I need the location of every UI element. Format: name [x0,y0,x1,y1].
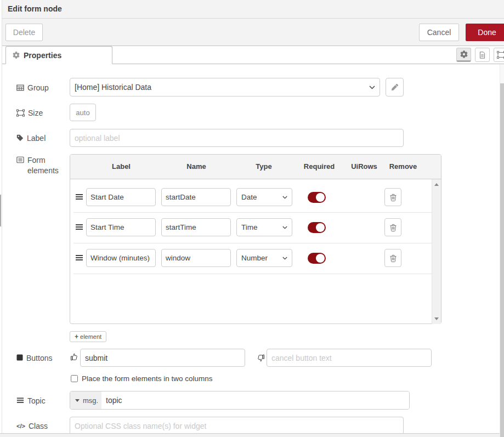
thumbs-up-icon [70,353,78,361]
form-elements-table-body: Date Time [70,179,441,324]
group-field-label: Group [16,83,49,93]
buttons-field-label: Buttons [16,353,52,364]
column-header-label: Label [112,155,131,179]
chevron-down-icon [282,257,287,260]
object-group-icon [497,51,504,59]
delete-element-button[interactable] [384,188,401,206]
done-button[interactable]: Done [466,24,504,41]
group-select-value: [Home] Historical Data [75,83,151,92]
node-description-button[interactable] [475,48,490,62]
object-group-icon [16,109,25,117]
dialog-title-bar: Edit form node [2,0,504,19]
two-columns-label: Place the form elements in two columns [82,374,213,383]
dialog-title: Edit form node [8,4,62,13]
drag-handle-icon[interactable] [76,194,83,201]
dialog-footer [0,433,500,437]
label-input[interactable] [70,129,404,147]
element-name-input[interactable] [161,218,231,236]
table-scrollbar[interactable] [432,179,441,324]
column-header-name: Name [186,155,206,179]
caret-down-icon [75,399,80,402]
scroll-up-icon[interactable] [434,183,439,186]
properties-panel: Group [Home] Historical Data Size auto L… [2,64,500,433]
tray-resize-grip[interactable] [0,195,1,226]
form-element-row: Date [70,188,441,206]
scroll-down-icon[interactable] [434,317,439,320]
form-element-row: Number [70,249,441,267]
form-elements-label: Form elements [16,155,58,176]
group-select[interactable]: [Home] Historical Data [70,78,380,97]
required-toggle[interactable] [308,222,326,233]
submit-button-text-input[interactable] [80,349,245,367]
chevron-down-icon [282,226,287,229]
scrollbar-thumb[interactable] [500,83,504,437]
class-field-label: </> Class [16,421,48,432]
node-settings-button[interactable] [456,48,471,62]
form-element-row: Time [70,218,441,236]
row-separator [73,274,433,274]
list-alt-icon [16,156,24,163]
delete-element-button[interactable] [384,249,401,267]
element-type-select[interactable]: Time [236,218,292,236]
column-header-remove: Remove [389,155,417,179]
tasks-icon [16,397,24,404]
column-header-type: Type [256,155,271,179]
column-header-required: Required [304,155,335,179]
element-label-input[interactable] [86,218,156,236]
document-icon [479,51,486,59]
gear-icon [13,52,20,59]
required-toggle[interactable] [308,253,326,264]
size-button[interactable]: auto [70,104,96,121]
column-header-uirows: UiRows [351,155,377,179]
chevron-down-icon [369,86,375,89]
tab-properties[interactable]: Properties [5,46,112,64]
row-separator [73,212,433,213]
toggle-knob [316,193,325,202]
size-field-label: Size [16,108,43,118]
topic-value-input[interactable] [101,391,409,409]
add-element-button[interactable]: + element [70,331,106,342]
cancel-button-text-input[interactable] [267,349,432,367]
required-toggle[interactable] [308,192,326,203]
toggle-knob [316,254,325,263]
code-icon: </> [16,421,25,432]
trash-icon [390,254,397,262]
element-type-select[interactable]: Number [236,249,292,267]
row-separator [73,243,433,243]
edit-group-button[interactable] [386,78,404,97]
tab-properties-label: Properties [24,51,61,60]
topic-typed-input: msg. [70,391,410,410]
topic-type-selector[interactable]: msg. [70,391,101,409]
form-elements-table: Label Name Type Required UiRows Remove D… [70,154,441,324]
pencil-icon [392,84,398,90]
element-label-input[interactable] [86,188,156,206]
drag-handle-icon[interactable] [76,255,83,262]
element-label-input[interactable] [86,249,156,267]
label-field-label: Label [16,133,46,144]
square-icon [16,354,23,361]
plus-icon: + [75,333,78,340]
toggle-knob [316,223,325,232]
element-name-input[interactable] [161,188,231,206]
thumbs-down-icon [257,354,265,362]
two-columns-checkbox[interactable] [71,375,78,382]
topic-field-label: Topic [16,396,46,406]
node-appearance-button[interactable] [494,48,504,62]
drag-handle-icon[interactable] [76,224,83,231]
trash-icon [390,224,397,231]
cancel-button[interactable]: Cancel [419,24,459,41]
form-elements-table-header: Label Name Type Required UiRows Remove [70,155,441,179]
dialog-scrollbar[interactable] [500,64,504,437]
css-class-input[interactable] [70,417,404,435]
tab-bar: Properties [2,46,504,64]
dialog-button-bar: Delete Cancel Done [2,19,504,46]
gear-icon [460,50,468,58]
delete-button[interactable]: Delete [5,24,43,41]
delete-element-button[interactable] [384,218,401,236]
element-name-input[interactable] [161,249,231,267]
element-type-select[interactable]: Date [236,188,292,206]
topic-type-label: msg. [83,396,98,405]
two-columns-option: Place the form elements in two columns [71,374,213,383]
trash-icon [390,194,397,201]
chevron-down-icon [282,196,287,199]
